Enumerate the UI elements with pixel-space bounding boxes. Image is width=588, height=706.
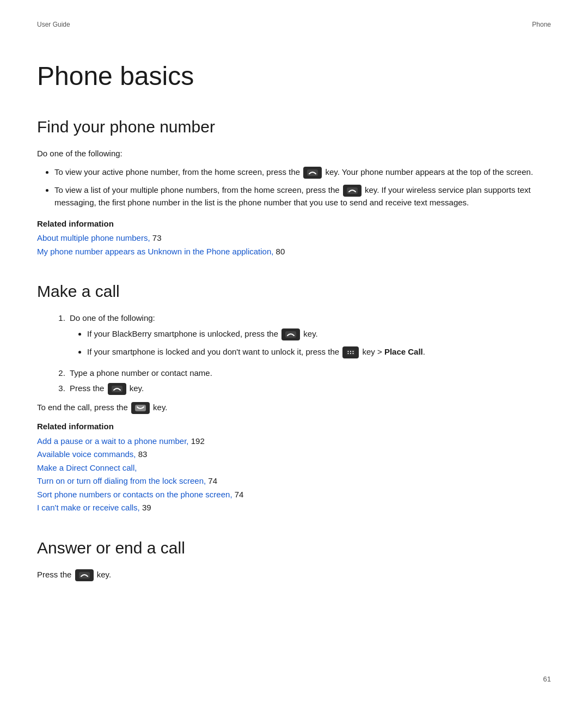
svg-point-6	[353, 351, 354, 352]
related-link-unknown-number[interactable]: My phone number appears as Unknown in th…	[37, 247, 273, 256]
make-call-sub-bullet-1: If your BlackBerry smartphone is unlocke…	[87, 328, 551, 340]
find-phone-related-label: Related information	[37, 218, 551, 230]
svg-rect-3	[346, 350, 355, 356]
end-key-icon	[131, 402, 150, 414]
related-link-item: My phone number appears as Unknown in th…	[37, 246, 551, 258]
header-left: User Guide	[37, 20, 70, 29]
send-key-icon-2	[343, 185, 362, 197]
make-call-related: Related information Add a pause or a wai…	[37, 421, 551, 514]
make-call-sub-bullet-2: If your smartphone is locked and you don…	[87, 346, 551, 358]
svg-point-5	[350, 351, 351, 352]
make-call-step-1: Do one of the following: If your BlackBe…	[68, 312, 551, 358]
svg-point-9	[353, 353, 354, 354]
page-content: Phone basics Find your phone number Do o…	[0, 29, 588, 638]
section-answer-end-call-title: Answer or end a call	[37, 538, 551, 558]
make-call-step-2: Type a phone number or contact name.	[68, 367, 551, 380]
send-key-icon-1	[303, 167, 322, 179]
related-link-sort-phone[interactable]: Sort phone numbers or contacts on the ph…	[37, 490, 232, 499]
related-link-item: Sort phone numbers or contacts on the ph…	[37, 489, 551, 501]
related-link-cant-call[interactable]: I can't make or receive calls,	[37, 503, 140, 512]
find-phone-intro: Do one of the following:	[37, 148, 551, 160]
make-call-sub-bullets: If your BlackBerry smartphone is unlocke…	[87, 328, 551, 358]
page-number: 61	[543, 674, 551, 685]
related-link-voice-commands[interactable]: Available voice commands,	[37, 449, 136, 459]
find-phone-bullet-1: To view your active phone number, from t…	[54, 166, 551, 179]
make-call-step-3: Press the key.	[68, 382, 551, 395]
section-find-phone-number-title: Find your phone number	[37, 117, 551, 137]
svg-point-7	[348, 353, 349, 354]
svg-point-4	[348, 351, 349, 352]
answer-end-content: Press the key.	[37, 569, 551, 581]
page-title: Phone basics	[37, 62, 551, 91]
end-call-note: To end the call, press the key.	[37, 401, 551, 414]
related-link-item: Make a Direct Connect call,	[37, 462, 551, 474]
send-key-icon-3	[281, 328, 300, 340]
find-phone-related-links: About multiple phone numbers, 73 My phon…	[37, 232, 551, 258]
related-link-item: Add a pause or a wait to a phone number,…	[37, 435, 551, 448]
section-answer-end-call: Answer or end a call Press the key.	[37, 538, 551, 581]
place-call-text: Place Call	[384, 347, 423, 356]
find-phone-bullets: To view your active phone number, from t…	[54, 166, 551, 209]
header-right: Phone	[532, 20, 551, 29]
send-key-icon-5	[75, 569, 94, 581]
related-link-multiple-numbers[interactable]: About multiple phone numbers,	[37, 233, 150, 242]
menu-key-icon	[342, 346, 359, 358]
related-link-item: I can't make or receive calls, 39	[37, 502, 551, 514]
section-make-a-call-title: Make a call	[37, 282, 551, 301]
make-call-related-label: Related information	[37, 421, 551, 433]
related-link-direct-connect[interactable]: Make a Direct Connect call,	[37, 463, 137, 472]
section-make-a-call: Make a call Do one of the following: If …	[37, 282, 551, 514]
find-phone-related: Related information About multiple phone…	[37, 218, 551, 258]
make-call-step-2-label: Type a phone number or contact name.	[70, 368, 212, 378]
svg-point-8	[350, 353, 351, 354]
send-key-icon-4	[108, 383, 126, 395]
section-find-phone-number: Find your phone number Do one of the fol…	[37, 117, 551, 258]
related-link-item: Turn on or turn off dialing from the loc…	[37, 475, 551, 488]
related-link-item: About multiple phone numbers, 73	[37, 232, 551, 245]
make-call-steps: Do one of the following: If your BlackBe…	[37, 312, 551, 395]
make-call-step-1-label: Do one of the following:	[70, 313, 155, 322]
page-header: User Guide Phone	[0, 0, 588, 29]
related-link-item: Available voice commands, 83	[37, 448, 551, 461]
related-link-add-pause[interactable]: Add a pause or a wait to a phone number,	[37, 436, 189, 446]
find-phone-bullet-2: To view a list of your multiple phone nu…	[54, 184, 551, 209]
related-link-dialing-lock[interactable]: Turn on or turn off dialing from the loc…	[37, 476, 206, 485]
make-call-related-links: Add a pause or a wait to a phone number,…	[37, 435, 551, 514]
